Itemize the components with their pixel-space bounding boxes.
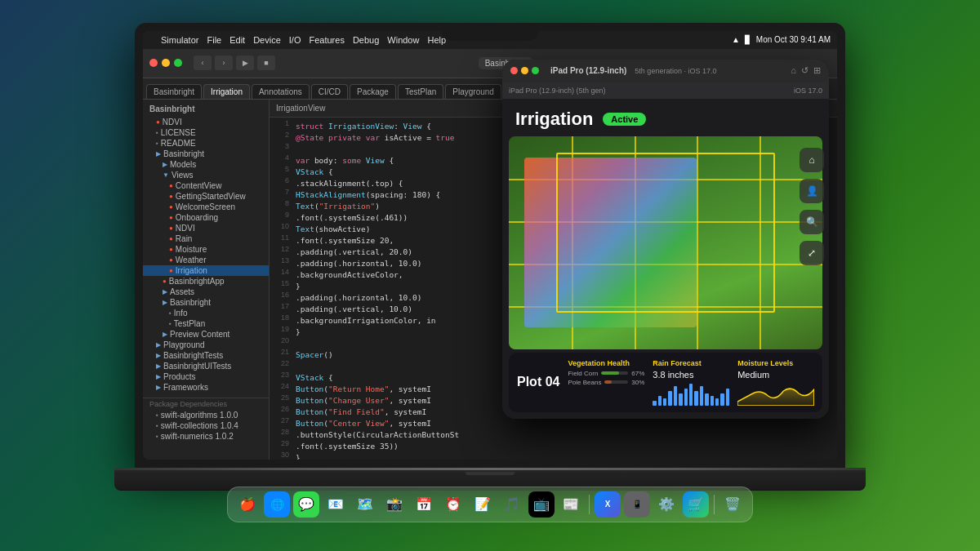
dock-simulator[interactable]: 📱	[624, 491, 650, 518]
sidebar-item-basinbright[interactable]: ▶Basinbright	[143, 149, 269, 159]
sidebar-item-onboarding[interactable]: ●Onboarding	[143, 212, 269, 223]
tab-annotations[interactable]: Annotations	[252, 84, 310, 99]
beans-label: Pole Beans	[568, 379, 601, 386]
tab-cicd[interactable]: CI/CD	[311, 84, 348, 99]
dock-messages[interactable]: 💬	[293, 491, 319, 518]
user-btn[interactable]: 👤	[800, 179, 824, 203]
sim-scale-icon[interactable]: ⊞	[813, 65, 821, 76]
beans-pct: 30%	[631, 379, 644, 386]
sidebar-item-testplan[interactable]: ▪TestPlan	[143, 318, 269, 329]
dock-safari[interactable]: 🌐	[264, 491, 290, 518]
sidebar-item-readme[interactable]: ▪README	[143, 138, 269, 149]
hinge-line	[114, 468, 866, 470]
menu-file[interactable]: File	[207, 35, 221, 45]
dock-notes[interactable]: 📝	[470, 491, 496, 518]
menu-edit[interactable]: Edit	[229, 35, 245, 45]
map-container[interactable]	[509, 136, 822, 349]
dock-trash[interactable]: 🗑️	[719, 491, 746, 518]
close-button[interactable]	[149, 59, 158, 67]
veg-row-beans: Pole Beans 30%	[568, 379, 644, 386]
sidebar-item-products-folder[interactable]: ▶Products	[143, 371, 269, 382]
sidebar-item-info[interactable]: ▪Info	[143, 308, 269, 318]
dock-settings[interactable]: ⚙️	[653, 491, 679, 518]
menu-window[interactable]: Window	[387, 35, 419, 45]
menu-debug[interactable]: Debug	[353, 35, 379, 45]
rain-bar-10	[700, 386, 703, 406]
sim-subtitle: 5th generation · iOS 17.0	[635, 67, 716, 75]
dock-mail[interactable]: 📧	[323, 491, 349, 518]
stop-button[interactable]: ■	[257, 56, 275, 70]
sidebar-item-tests[interactable]: ▶BasinbrightTests	[143, 350, 269, 361]
rain-bar-1	[653, 401, 656, 406]
rain-value: 3.8 inches	[653, 370, 729, 380]
menu-device[interactable]: Device	[253, 35, 281, 45]
sim-rotate-icon[interactable]: ↺	[801, 65, 808, 76]
sidebar-item-rain[interactable]: ●Rain	[143, 233, 269, 244]
dock-calendar[interactable]: 📅	[411, 491, 437, 518]
tab-playground[interactable]: Playground	[445, 84, 501, 99]
minimize-button[interactable]	[162, 59, 170, 67]
dock-maps[interactable]: 🗺️	[352, 491, 378, 518]
sidebar-item-irrigation[interactable]: ●Irrigation	[143, 265, 269, 276]
run-button[interactable]: ▶	[236, 56, 254, 70]
tab-testplan[interactable]: TestPlan	[398, 84, 443, 99]
sidebar-pkg-numerics[interactable]: ▪swift-numerics 1.0.2	[143, 431, 269, 442]
dock-finder[interactable]: 🍎	[234, 491, 261, 518]
macbook-wrapper: Simulator File Edit Device I/O Features …	[114, 23, 866, 529]
packages-header: Package Dependencies	[143, 398, 269, 410]
dock-clock[interactable]: ⏰	[440, 491, 466, 518]
sidebar-item-frameworks[interactable]: ▶Frameworks	[143, 382, 269, 393]
menu-simulator[interactable]: Simulator	[161, 35, 198, 45]
menu-features[interactable]: Features	[309, 35, 344, 45]
sim-ios-label: iOS 17.0	[794, 87, 822, 95]
sidebar-item-app[interactable]: ●BasinbrightApp	[143, 276, 269, 287]
sidebar-item-preview[interactable]: ▶Preview Content	[143, 329, 269, 340]
sidebar-pkg-collections[interactable]: ▪swift-collections 1.0.4	[143, 420, 269, 431]
sidebar-item-assets[interactable]: ▶Assets	[143, 287, 269, 297]
vegetation-section: Vegetation Health Field Corn 67%	[568, 359, 644, 406]
tab-irrigation[interactable]: Irrigation	[203, 84, 250, 99]
moisture-value: Medium	[737, 370, 814, 380]
dock-tv[interactable]: 📺	[528, 491, 555, 518]
expand-btn[interactable]: ⤢	[800, 241, 824, 265]
dock-music[interactable]: 🎵	[499, 491, 525, 518]
sidebar-item-ndvi-view[interactable]: ●NDVI	[143, 223, 269, 233]
tab-basinbright[interactable]: Basinbright	[146, 84, 202, 99]
sidebar-item-products[interactable]: ▶Basinbright	[143, 297, 269, 308]
sidebar-item-playground[interactable]: ▶Playground	[143, 340, 269, 350]
beans-bar-bg	[604, 380, 628, 384]
sidebar-item-license[interactable]: ▪LICENSE	[143, 127, 269, 138]
sim-maximize-button[interactable]	[532, 67, 539, 74]
sidebar-item-views[interactable]: ▼Views	[143, 170, 269, 180]
zoom-btn[interactable]: 🔍	[800, 210, 824, 234]
home-btn[interactable]: ⌂	[800, 148, 824, 172]
sidebar-item-models[interactable]: ▶Models	[143, 159, 269, 170]
veg-row-corn: Field Corn 67%	[568, 370, 644, 377]
sidebar-item-moisture[interactable]: ●Moisture	[143, 244, 269, 255]
sidebar-item-ndvi[interactable]: ●NDVI	[143, 117, 269, 127]
rain-bar-13	[715, 398, 719, 406]
sidebar-item-contentview[interactable]: ●ContentView	[143, 180, 269, 191]
sidebar: Basinbright ●NDVI ▪LICENSE ▪README ▶Basi…	[143, 100, 270, 460]
sim-close-button[interactable]	[510, 67, 518, 74]
sidebar-pkg-algorithms[interactable]: ▪swift-algorithms 1.0.0	[143, 410, 269, 420]
dock-photos[interactable]: 📸	[381, 491, 408, 518]
maximize-button[interactable]	[174, 59, 182, 67]
dock-appstore[interactable]: 🛒	[683, 491, 709, 518]
back-button[interactable]: ‹	[194, 56, 212, 70]
sidebar-item-weather[interactable]: ●Weather	[143, 255, 269, 265]
sim-minimize-button[interactable]	[521, 67, 528, 74]
sidebar-item-gettingstarted[interactable]: ●GettingStartedView	[143, 191, 269, 202]
tab-package[interactable]: Package	[350, 84, 396, 99]
field-border	[556, 153, 776, 313]
rain-bar-5	[674, 386, 677, 406]
rain-bar-14	[720, 393, 724, 406]
sidebar-item-uitests[interactable]: ▶BasinbrightUITests	[143, 361, 269, 371]
dock-news[interactable]: 📰	[558, 491, 584, 518]
dock-xcode[interactable]: X	[595, 491, 621, 518]
sidebar-item-welcome[interactable]: ●WelcomeScreen	[143, 202, 269, 212]
sim-home-icon[interactable]: ⌂	[791, 65, 796, 76]
forward-button[interactable]: ›	[215, 56, 233, 70]
menu-io[interactable]: I/O	[289, 35, 301, 45]
app-header: Irrigation Active	[502, 99, 829, 136]
